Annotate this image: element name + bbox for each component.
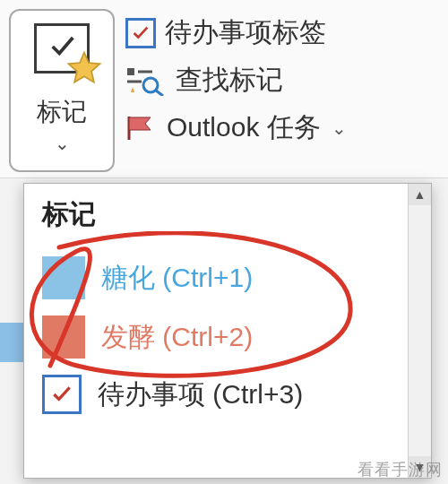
star-icon [65, 49, 103, 87]
tag-option-label: 糖化 (Ctrl+1) [101, 260, 253, 297]
find-tag-label: 查找标记 [176, 62, 283, 99]
chevron-down-icon: ⌄ [332, 117, 347, 139]
tag-option-label: 待办事项 (Ctrl+3) [98, 376, 303, 413]
ribbon: 标记 ⌄ 待办事项标签 查找标记 [0, 0, 448, 178]
ribbon-side-menu: 待办事项标签 查找标记 Outlook 任务 ⌄ [125, 9, 441, 148]
color-swatch-red [42, 315, 85, 359]
svg-point-3 [143, 78, 158, 92]
checkbox-icon [125, 18, 156, 48]
scroll-track[interactable] [409, 205, 431, 456]
svg-line-4 [156, 91, 163, 96]
find-tag-icon [125, 65, 167, 96]
tag-option-sugar[interactable]: 糖化 (Ctrl+1) [42, 249, 397, 308]
scrollbar[interactable]: ▲ ▼ [408, 184, 431, 478]
svg-rect-0 [127, 68, 134, 75]
outlook-task-item[interactable]: Outlook 任务 ⌄ [125, 108, 441, 148]
tag-dropdown-panel: 标记 糖化 (Ctrl+1) 发酵 (Ctrl+2) 待办事项 (Ctrl+3)… [23, 183, 432, 479]
chevron-down-icon: ⌄ [55, 133, 70, 154]
flag-icon [125, 115, 158, 142]
find-tag-item[interactable]: 查找标记 [125, 60, 441, 100]
tag-option-todo[interactable]: 待办事项 (Ctrl+3) [42, 367, 397, 423]
scroll-up-button[interactable]: ▲ [409, 184, 431, 205]
tag-button-label: 标记 [37, 95, 87, 129]
todo-tag-item[interactable]: 待办事项标签 [125, 13, 441, 53]
outlook-task-label: Outlook 任务 [167, 109, 321, 146]
tag-icon [34, 23, 90, 73]
tag-dropdown-button[interactable]: 标记 ⌄ [9, 9, 115, 172]
tag-option-ferment[interactable]: 发酵 (Ctrl+2) [42, 308, 397, 367]
dropdown-body: 标记 糖化 (Ctrl+1) 发酵 (Ctrl+2) 待办事项 (Ctrl+3) [24, 184, 408, 478]
scroll-down-button[interactable]: ▼ [409, 456, 431, 478]
checkbox-icon [42, 375, 82, 414]
dropdown-title: 标记 [42, 196, 397, 233]
todo-tag-label: 待办事项标签 [165, 14, 326, 51]
color-swatch-blue [42, 256, 85, 299]
background-strip [0, 323, 23, 362]
tag-option-label: 发酵 (Ctrl+2) [101, 319, 253, 356]
